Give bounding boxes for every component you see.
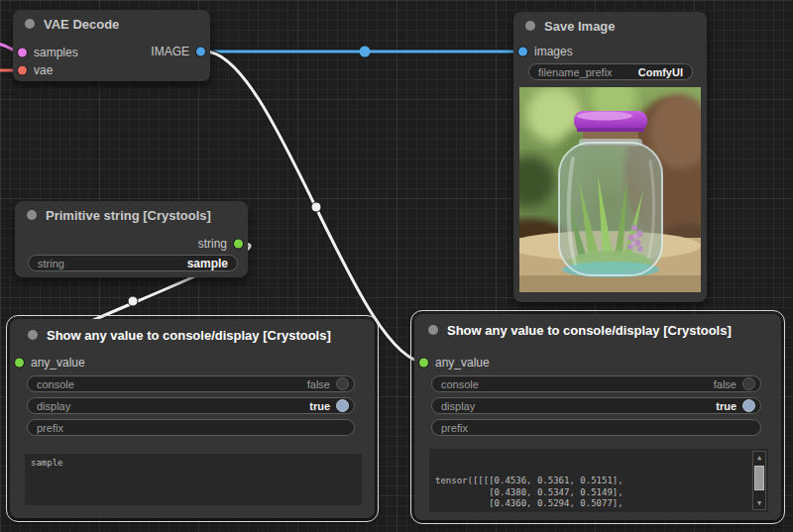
scroll-down-icon[interactable]: ▼ (753, 497, 765, 509)
preview-jar-image (519, 87, 701, 292)
image-preview[interactable] (519, 87, 701, 292)
output-console-textarea[interactable]: sample (25, 454, 362, 505)
widget-value: false (714, 378, 736, 390)
widget-value: true (716, 400, 736, 412)
collapse-dot-icon[interactable] (25, 19, 35, 29)
input-slot-images: images (513, 43, 573, 60)
input-dot-vae-icon[interactable] (18, 66, 27, 75)
node-title-bar[interactable]: Save Image (513, 12, 707, 40)
widget-label: prefix (441, 422, 751, 434)
collapse-dot-icon[interactable] (525, 21, 535, 31)
widget-value: sample (187, 257, 228, 270)
tensor-output-text: tensor([[[[0.4536, 0.5361, 0.5151], [0.4… (435, 476, 762, 512)
output-slot-string: string (15, 235, 248, 253)
node-vae-decode[interactable]: VAE Decode samples vae IMAGE (13, 10, 210, 81)
widget-label: string (38, 258, 187, 269)
node-save-image[interactable]: Save Image images filename_prefix ComfyU… (513, 12, 707, 302)
link-string-to-show-midpoint-dot[interactable] (128, 296, 138, 306)
widget-label: prefix (37, 422, 345, 434)
node-title-bar[interactable]: Show any value to console/display [Cryst… (414, 314, 781, 346)
output-label: string (198, 237, 227, 251)
node-title: Primitive string [Crystools] (46, 208, 211, 223)
toggle-knob-icon[interactable] (336, 377, 349, 390)
widget-display-toggle[interactable]: display true (27, 397, 355, 414)
node-title: VAE Decode (44, 17, 119, 32)
input-dot-any-value-icon[interactable] (419, 359, 428, 368)
collapse-dot-icon[interactable] (28, 330, 38, 340)
widget-string[interactable]: string sample (28, 255, 238, 271)
input-slot-vae: vae (13, 61, 53, 79)
widget-console-toggle[interactable]: console false (27, 375, 355, 392)
collapse-dot-icon[interactable] (27, 210, 37, 220)
link-image-to-show-midpoint-dot[interactable] (311, 202, 321, 212)
link-image-midpoint-dot[interactable] (360, 47, 371, 57)
widget-display-toggle[interactable]: display true (431, 397, 761, 414)
node-graph-canvas[interactable]: VAE Decode samples vae IMAGE Save Image … (0, 0, 793, 532)
widget-value: ComfyUI (638, 66, 683, 78)
widget-console-toggle[interactable]: console false (431, 375, 761, 392)
node-show-any-value-left[interactable]: Show any value to console/display [Cryst… (10, 319, 375, 518)
node-title: Save Image (544, 19, 616, 34)
input-label: vae (34, 63, 53, 77)
input-label: any_value (435, 356, 490, 370)
widget-label: display (37, 400, 309, 412)
node-title: Show any value to console/display [Cryst… (447, 323, 732, 338)
widget-prefix[interactable]: prefix (27, 419, 355, 436)
output-console-textarea[interactable]: tensor([[[[0.4536, 0.5361, 0.5151], [0.4… (429, 449, 768, 512)
input-label: any_value (31, 356, 85, 370)
output-dot-image-icon[interactable] (196, 48, 205, 56)
input-slot-any-value: any_value (414, 354, 490, 372)
output-dot-string-icon[interactable] (234, 240, 243, 249)
output-label: IMAGE (151, 45, 189, 58)
node-title-bar[interactable]: Show any value to console/display [Cryst… (10, 319, 375, 351)
input-dot-any-value-icon[interactable] (15, 359, 24, 368)
widget-label: filename_prefix (538, 66, 638, 78)
widget-label: console (37, 378, 307, 390)
collapse-dot-icon[interactable] (428, 325, 438, 335)
scrollbar-thumb[interactable] (754, 466, 764, 490)
node-title-bar[interactable]: Primitive string [Crystools] (15, 201, 248, 229)
widget-value: false (307, 378, 330, 390)
input-label: images (534, 45, 573, 58)
scroll-up-icon[interactable]: ▲ (753, 452, 765, 464)
node-title: Show any value to console/display [Cryst… (47, 328, 331, 343)
widget-label: display (441, 400, 716, 412)
toggle-knob-icon[interactable] (742, 399, 755, 412)
output-slot-image: IMAGE (13, 43, 210, 60)
toggle-knob-icon[interactable] (742, 377, 755, 390)
widget-prefix[interactable]: prefix (431, 419, 761, 436)
node-show-any-value-right[interactable]: Show any value to console/display [Cryst… (414, 314, 781, 520)
textarea-scrollbar[interactable]: ▲ ▼ (752, 451, 766, 510)
input-slot-any-value: any_value (10, 354, 85, 372)
widget-filename-prefix[interactable]: filename_prefix ComfyUI (528, 63, 693, 80)
widget-value: true (309, 400, 330, 412)
input-dot-images-icon[interactable] (518, 48, 527, 56)
node-primitive-string[interactable]: Primitive string [Crystools] string stri… (15, 201, 248, 277)
node-title-bar[interactable]: VAE Decode (13, 10, 210, 38)
widget-label: console (441, 378, 714, 390)
toggle-knob-icon[interactable] (336, 399, 349, 412)
